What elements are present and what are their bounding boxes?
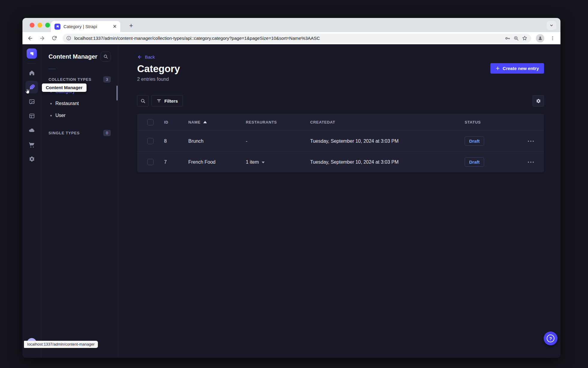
header-createdat[interactable]: CREATEDAT [310, 120, 465, 124]
table-header-row: ID NAME RESTAURANTS CREATEDAT STATUS [137, 114, 544, 130]
browser-profile-avatar[interactable] [536, 34, 544, 42]
zoom-page-icon[interactable] [513, 36, 519, 41]
entries-table: ID NAME RESTAURANTS CREATEDAT STATUS 8 B… [137, 114, 544, 172]
cell-id: 8 [164, 139, 188, 144]
status-badge: Draft [465, 157, 484, 167]
help-button[interactable]: ? [544, 331, 557, 345]
entries-count: 2 entries found [137, 77, 544, 82]
gear-icon [536, 98, 541, 104]
single-types-count-badge: 0 [103, 130, 111, 136]
subnav-item-label: Restaurant [55, 101, 79, 106]
header-restaurants[interactable]: RESTAURANTS [246, 120, 310, 124]
browser-tab[interactable]: Category | Strapi ✕ [51, 21, 120, 32]
back-link[interactable]: Back [137, 54, 155, 60]
close-window-button[interactable] [30, 23, 34, 28]
sidebar-item-cloud[interactable] [25, 124, 38, 136]
back-nav-icon[interactable] [27, 35, 34, 42]
single-types-label: SINGLE TYPES [49, 131, 80, 135]
sidebar-item-content-manager[interactable] [25, 81, 38, 93]
bookmark-star-icon[interactable] [522, 35, 528, 41]
row-checkbox[interactable] [147, 138, 154, 144]
table-settings-button[interactable] [533, 95, 544, 107]
page-title: Category [137, 63, 180, 74]
traffic-lights [30, 23, 50, 28]
back-label: Back [145, 54, 155, 60]
browser-window: Category | Strapi ✕ + localhost:1337/adm… [22, 18, 560, 358]
cell-restaurants[interactable]: 1 item [246, 159, 310, 165]
question-mark-icon: ? [547, 334, 554, 342]
expand-chevron-icon [262, 162, 265, 163]
create-new-entry-label: Create new entry [503, 66, 539, 71]
password-key-icon[interactable] [504, 35, 510, 41]
minimize-window-button[interactable] [37, 23, 42, 28]
header-name[interactable]: NAME [188, 120, 246, 124]
url-text[interactable]: localhost:1337/admin/content-manager/col… [74, 36, 501, 41]
status-badge: Draft [465, 136, 484, 146]
row-actions-menu[interactable] [525, 141, 536, 142]
row-checkbox[interactable] [147, 159, 154, 165]
cell-restaurants: - [246, 139, 310, 144]
filters-button[interactable]: Filters [151, 95, 183, 107]
table-row[interactable]: 8 Brunch - Tuesday, September 10, 2024 a… [137, 130, 544, 151]
content-manager-tooltip: Content Manager [42, 83, 87, 92]
sidebar-item-media-library[interactable] [25, 95, 38, 108]
filter-icon [157, 99, 161, 103]
maximize-window-button[interactable] [45, 23, 50, 28]
main-nav-rail: KD [22, 44, 41, 358]
sort-ascending-icon [203, 121, 207, 123]
subnav-search-button[interactable] [101, 51, 111, 62]
url-bar[interactable]: localhost:1337/admin/content-manager/col… [63, 34, 531, 43]
browser-tabstrip: Category | Strapi ✕ + [22, 18, 560, 32]
rail-divider [27, 63, 36, 63]
cell-name: French Food [188, 159, 246, 165]
sidebar-item-settings[interactable] [25, 153, 38, 165]
main-content: Back Category Create new entry 2 entries… [118, 44, 560, 358]
reload-icon[interactable] [51, 35, 58, 42]
header-id[interactable]: ID [164, 120, 188, 124]
collection-types-label: COLLECTION TYPES [49, 77, 92, 82]
create-new-entry-button[interactable]: Create new entry [490, 63, 544, 74]
header-status[interactable]: STATUS [465, 120, 525, 124]
row-actions-menu[interactable] [525, 162, 536, 163]
cell-name: Brunch [188, 139, 246, 144]
hand-cursor-icon [24, 88, 31, 95]
table-row[interactable]: 7 French Food 1 item Tuesday, September … [137, 151, 544, 172]
subnav-item-restaurant[interactable]: Restaurant [49, 98, 111, 110]
cell-createdat: Tuesday, September 10, 2024 at 3:03 PM [310, 139, 465, 144]
cell-id: 7 [164, 159, 188, 165]
subnav-item-label: User [55, 113, 66, 118]
tab-title: Category | Strapi [63, 24, 110, 29]
cell-createdat: Tuesday, September 10, 2024 at 3:03 PM [310, 159, 465, 165]
browser-toolbar: localhost:1337/admin/content-manager/col… [22, 32, 560, 44]
strapi-app: KD Content Manager COLLECTION TYPES 3 Ca… [22, 44, 560, 358]
select-all-checkbox[interactable] [147, 119, 154, 125]
sidebar-item-home[interactable] [25, 66, 38, 79]
content-manager-subnav: Content Manager COLLECTION TYPES 3 Categ… [41, 44, 118, 358]
subnav-scrollbar[interactable] [116, 86, 118, 101]
tab-search-chevron-icon[interactable] [547, 21, 556, 30]
subnav-divider [49, 69, 56, 69]
forward-nav-icon[interactable] [39, 35, 46, 42]
link-target-status-bubble: localhost:1337/admin/content-manager [24, 341, 98, 348]
sidebar-item-marketplace[interactable] [25, 138, 38, 151]
bullet-icon [50, 103, 52, 104]
plus-icon [495, 66, 500, 71]
new-tab-button[interactable]: + [127, 21, 136, 30]
strapi-logo[interactable] [27, 48, 37, 59]
strapi-favicon-icon [54, 24, 60, 30]
back-arrow-icon [137, 54, 142, 60]
tab-close-icon[interactable]: ✕ [113, 24, 117, 29]
subnav-title: Content Manager [49, 53, 97, 60]
page-info-icon[interactable] [66, 36, 71, 41]
bullet-icon [50, 115, 52, 116]
browser-menu-icon[interactable] [549, 35, 556, 42]
filters-label: Filters [164, 98, 178, 104]
collection-types-count-badge: 3 [103, 76, 111, 83]
table-search-button[interactable] [137, 95, 148, 107]
subnav-item-user[interactable]: User [49, 110, 111, 121]
sidebar-item-content-type-builder[interactable] [25, 110, 38, 122]
